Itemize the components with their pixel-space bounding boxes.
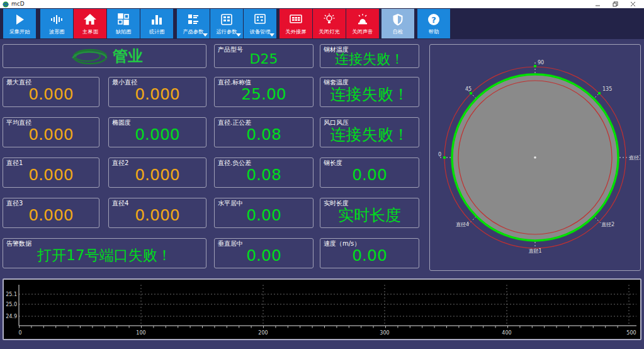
svg-text:?: ? xyxy=(431,14,436,24)
panel-avg-diameter: 平均直径 0.000 xyxy=(3,117,99,147)
defect-grid-icon xyxy=(116,11,131,27)
panel-diameter1: 直径1 0.000 xyxy=(3,157,99,188)
run-params-icon xyxy=(219,11,234,27)
diameter-polar-gauge: 90 45 135 0 直径3 直径2 直径1 直径4 xyxy=(429,44,641,271)
window-title: mcD xyxy=(11,0,25,8)
product-params-icon xyxy=(186,11,201,27)
polar-gauge-svg: 90 45 135 0 直径3 直径2 直径1 直径4 xyxy=(430,45,640,270)
panel-sleeve-temp: 钢套温度 连接失败！ xyxy=(320,77,419,107)
y-tick-label: 25.1 xyxy=(6,292,17,297)
panel-product-model: 产品型号 D25 xyxy=(214,44,314,68)
titlebar: mcD xyxy=(0,0,644,8)
waveform-icon xyxy=(49,11,64,27)
diameter-trend-chart: 25.1 25.0 24.9 0 100 200 300 400 500 xyxy=(3,278,641,340)
polar-label-dia1: 直径1 xyxy=(528,248,541,254)
panel-dia-neg-tol: 直径.负公差 0.08 xyxy=(214,157,314,188)
bar-chart-icon xyxy=(149,11,164,27)
screen-grid-icon xyxy=(288,11,303,27)
panel-value: 0.08 xyxy=(215,162,313,187)
brand-logo-icon xyxy=(66,47,110,66)
panel-dia-nominal: 直径.标称值 25.00 xyxy=(214,77,314,107)
panel-value: 实时长度 xyxy=(320,202,419,227)
panel-value: 0.00 xyxy=(215,202,313,227)
x-tick-label: 500 xyxy=(626,330,636,336)
help-icon: ? xyxy=(426,11,441,27)
trend-chart-svg: 25.1 25.0 24.9 0 100 200 300 400 500 xyxy=(4,280,640,339)
device-manage-icon xyxy=(252,11,268,27)
y-tick-label: 25.0 xyxy=(6,302,17,307)
panel-max-diameter: 最大直径 0.000 xyxy=(3,77,99,107)
x-tick-label: 200 xyxy=(258,330,268,336)
window-controls xyxy=(594,1,641,8)
panel-value: 连接失败！ xyxy=(320,122,419,147)
start-collection-button[interactable]: 采集开始 xyxy=(3,9,36,38)
polar-label-90: 90 xyxy=(538,60,544,66)
panel-diameter4: 直径4 0.000 xyxy=(108,198,206,228)
panel-speed: 速度（m/s） 0.00 xyxy=(320,238,419,268)
chevron-down-icon xyxy=(236,33,241,37)
panel-diameter2: 直径2 0.000 xyxy=(108,157,206,188)
panel-value: 连接失败！ xyxy=(320,50,419,68)
x-tick-label: 100 xyxy=(136,330,145,336)
main-screen-button[interactable]: 主界面 xyxy=(74,9,106,38)
panel-value: 0.000 xyxy=(109,162,206,187)
panel-value: 25.00 xyxy=(215,81,313,106)
close-button[interactable] xyxy=(629,1,636,8)
external-screen-off-button[interactable]: 关外接屏 xyxy=(280,9,312,38)
x-tick-label: 400 xyxy=(502,330,511,336)
x-tick-label: 300 xyxy=(380,330,389,336)
sound-off-button[interactable]: 关闭声音 xyxy=(346,9,379,38)
self-check-button[interactable]: 自检 xyxy=(381,9,414,38)
chevron-down-icon xyxy=(203,33,208,37)
panel-value: 0.00 xyxy=(320,243,419,268)
panel-value: 0.000 xyxy=(3,202,99,227)
device-manage-button[interactable]: 设备管理 xyxy=(244,9,276,38)
panel-air-pressure: 风口风压 连接失败！ xyxy=(320,117,419,147)
brand-panel: 管业 xyxy=(3,44,206,68)
brand-name: 管业 xyxy=(113,49,143,64)
panel-value: 0.000 xyxy=(3,122,99,147)
chevron-down-icon xyxy=(269,33,274,37)
polar-label-135: 135 xyxy=(602,86,612,92)
product-params-button[interactable]: 产品参数 xyxy=(177,9,210,38)
panel-value: 0.000 xyxy=(109,81,206,106)
play-icon xyxy=(12,11,27,27)
light-bulb-icon xyxy=(322,11,337,27)
panel-value: 0.000 xyxy=(109,202,206,227)
home-icon xyxy=(82,11,98,27)
panel-steel-temp: 钢材温度 连接失败！ xyxy=(320,44,419,68)
polar-label-45: 45 xyxy=(465,86,472,92)
minimize-button[interactable] xyxy=(594,1,601,8)
panel-v-center: 垂直居中 0.00 xyxy=(214,238,314,268)
panel-value: 连接失败！ xyxy=(320,81,419,106)
help-button[interactable]: ? 帮助 xyxy=(417,9,450,38)
panel-value: 0.000 xyxy=(3,162,99,187)
defect-map-button[interactable]: 缺陷图 xyxy=(107,9,140,38)
lights-off-button[interactable]: 关闭灯光 xyxy=(313,9,346,38)
x-tick-label: 0 xyxy=(18,330,21,336)
panel-value: 0.08 xyxy=(215,122,313,147)
toolbar: 采集开始 波形图 主界面 缺陷图 xyxy=(0,8,644,39)
polar-label-dia3: 直径3 xyxy=(629,155,640,161)
panel-value: 0.000 xyxy=(3,81,99,106)
panel-value: 0.00 xyxy=(215,243,313,268)
alarm-message: 打开17号端口失败！ xyxy=(3,243,206,268)
maximize-button[interactable] xyxy=(611,1,619,8)
waveform-button[interactable]: 波形图 xyxy=(40,9,73,38)
panel-value: 0.000 xyxy=(109,122,206,147)
polar-label-0: 0 xyxy=(438,152,441,157)
app-icon xyxy=(3,1,9,8)
siren-icon xyxy=(355,11,370,27)
shield-icon xyxy=(390,11,405,27)
panel-min-diameter: 最小直径 0.000 xyxy=(108,77,206,107)
polar-label-dia4: 直径4 xyxy=(456,222,469,227)
panel-value: D25 xyxy=(215,50,313,67)
panel-diameter3: 直径3 0.000 xyxy=(3,198,99,228)
panel-alarm-data: 告警数据 打开17号端口失败！ xyxy=(3,238,206,268)
statistics-button[interactable]: 统计图 xyxy=(140,9,173,38)
panel-h-center: 水平居中 0.00 xyxy=(214,198,314,228)
polar-label-dia2: 直径2 xyxy=(601,222,614,227)
panel-dia-pos-tol: 直径.正公差 0.08 xyxy=(214,117,314,147)
run-params-button[interactable]: 运行参数 xyxy=(210,9,243,38)
y-tick-label: 24.9 xyxy=(6,314,17,319)
